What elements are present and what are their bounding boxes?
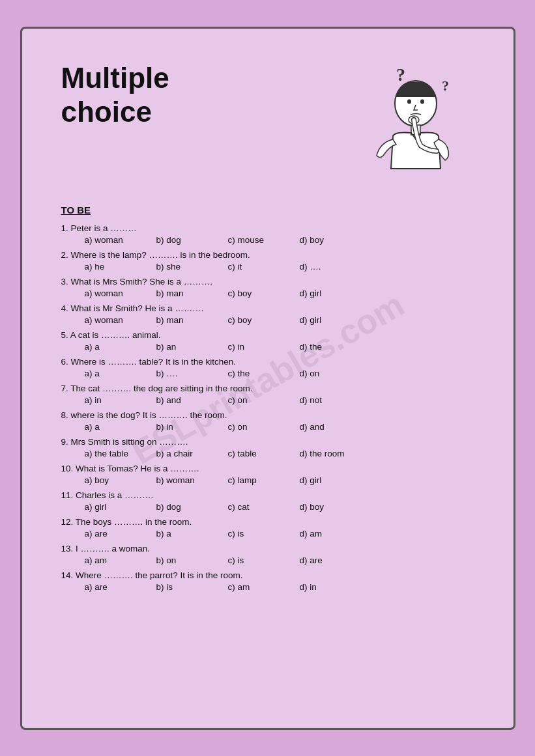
answer-option: c) the: [228, 369, 293, 378]
answer-option: d) boy: [300, 235, 365, 245]
answer-option: d) not: [300, 395, 365, 405]
answer-option: c) boy: [228, 288, 293, 298]
answer-option: d) girl: [300, 475, 365, 485]
answer-option: c) boy: [228, 315, 293, 325]
answer-option: d) boy: [300, 502, 365, 512]
answer-option: a) are: [85, 582, 150, 592]
svg-text:?: ?: [396, 64, 405, 85]
content-area: TO BE 1. Peter is a ………a) womanb) dogc) …: [61, 204, 474, 592]
answer-choices: a) amb) onc) isd) are: [61, 555, 474, 565]
section-title: TO BE: [61, 204, 474, 216]
question-text: 6. Where is ………. table? It is in the kit…: [61, 357, 474, 367]
answer-option: c) table: [228, 449, 293, 458]
question-item: 11. Charles is a ……….a) girlb) dogc) cat…: [61, 490, 474, 512]
answer-option: c) lamp: [228, 475, 293, 485]
question-item: 14. Where ………. the parrot? It is in the …: [61, 570, 474, 592]
answer-option: b) a chair: [156, 449, 222, 458]
answer-choices: a) ab) inc) ond) and: [61, 422, 474, 432]
answer-option: b) a: [156, 529, 222, 539]
answer-option: b) in: [156, 422, 222, 432]
question-text: 5. A cat is ………. animal.: [61, 330, 474, 340]
answer-option: b) dog: [156, 502, 222, 512]
page: ESLprintables.com Multiple choice ? ?: [20, 27, 515, 730]
answer-option: d) are: [300, 555, 365, 565]
header-section: Multiple choice ? ?: [61, 55, 474, 185]
answer-option: c) on: [228, 395, 293, 405]
answer-option: c) on: [228, 422, 293, 432]
question-text: 1. Peter is a ………: [61, 223, 474, 233]
question-text: 13. I ………. a woman.: [61, 544, 474, 553]
question-text: 2. Where is the lamp? ………. is in the bed…: [61, 250, 474, 260]
answer-option: a) a: [85, 369, 150, 378]
answer-option: b) and: [156, 395, 222, 405]
question-text: 4. What is Mr Smith? He is a ……….: [61, 303, 474, 313]
answer-option: b) woman: [156, 475, 222, 485]
answer-choices: a) areb) isc) amd) in: [61, 582, 474, 592]
answer-choices: a) ab) ….c) thed) on: [61, 369, 474, 378]
answer-option: a) woman: [85, 288, 150, 298]
question-text: 9. Mrs Smith is sitting on ……….: [61, 437, 474, 447]
question-text: 8. where is the dog? It is ………. the room…: [61, 410, 474, 420]
answer-option: c) is: [228, 529, 293, 539]
answer-option: b) man: [156, 315, 222, 325]
answer-option: b) dog: [156, 235, 222, 245]
answer-option: a) woman: [85, 315, 150, 325]
answer-option: c) in: [228, 342, 293, 352]
answer-option: a) am: [85, 555, 150, 565]
answer-choices: a) womanb) dogc) moused) boy: [61, 235, 474, 245]
question-item: 2. Where is the lamp? ………. is in the bed…: [61, 250, 474, 272]
question-item: 4. What is Mr Smith? He is a ……….a) woma…: [61, 303, 474, 325]
answer-option: b) man: [156, 288, 222, 298]
answer-choices: a) the tableb) a chairc) tabled) the roo…: [61, 449, 474, 458]
answer-option: d) girl: [300, 315, 365, 325]
answer-choices: a) womanb) manc) boyd) girl: [61, 288, 474, 298]
answer-option: a) boy: [85, 475, 150, 485]
question-item: 7. The cat ………. the dog are sitting in t…: [61, 384, 474, 405]
answer-option: d) and: [300, 422, 365, 432]
question-text: 7. The cat ………. the dog are sitting in t…: [61, 384, 474, 393]
answer-choices: a) ab) anc) ind) the: [61, 342, 474, 352]
answer-option: c) mouse: [228, 235, 293, 245]
answer-option: c) cat: [228, 502, 293, 512]
answer-option: b) on: [156, 555, 222, 565]
answer-choices: a) boyb) womanc) lampd) girl: [61, 475, 474, 485]
question-item: 3. What is Mrs Smith? She is a ……….a) wo…: [61, 277, 474, 298]
answer-option: a) a: [85, 422, 150, 432]
question-item: 9. Mrs Smith is sitting on ……….a) the ta…: [61, 437, 474, 458]
answer-option: c) is: [228, 555, 293, 565]
question-list: 1. Peter is a ………a) womanb) dogc) moused…: [61, 223, 474, 592]
answer-option: a) the table: [85, 449, 150, 458]
answer-choices: a) heb) shec) itd) ….: [61, 262, 474, 272]
answer-option: a) in: [85, 395, 150, 405]
question-item: 5. A cat is ………. animal.a) ab) anc) ind)…: [61, 330, 474, 352]
svg-point-4: [420, 99, 424, 104]
question-text: 12. The boys ………. in the room.: [61, 517, 474, 527]
answer-option: a) a: [85, 342, 150, 352]
answer-option: b) ….: [156, 369, 222, 378]
question-item: 8. where is the dog? It is ………. the room…: [61, 410, 474, 432]
answer-choices: a) inb) andc) ond) not: [61, 395, 474, 405]
question-item: 6. Where is ………. table? It is in the kit…: [61, 357, 474, 378]
answer-option: b) an: [156, 342, 222, 352]
thinking-person-illustration: ? ?: [344, 55, 474, 185]
answer-option: a) girl: [85, 502, 150, 512]
question-text: 3. What is Mrs Smith? She is a ……….: [61, 277, 474, 287]
question-item: 10. What is Tomas? He is a ……….a) boyb) …: [61, 464, 474, 485]
answer-option: a) he: [85, 262, 150, 272]
svg-text:?: ?: [442, 77, 449, 94]
answer-option: d) ….: [300, 262, 365, 272]
question-text: 14. Where ………. the parrot? It is in the …: [61, 570, 474, 580]
answer-option: d) in: [300, 582, 365, 592]
question-item: 12. The boys ………. in the room.a) areb) a…: [61, 517, 474, 539]
answer-choices: a) girlb) dogc) catd) boy: [61, 502, 474, 512]
question-item: 1. Peter is a ………a) womanb) dogc) moused…: [61, 223, 474, 245]
answer-option: c) it: [228, 262, 293, 272]
answer-choices: a) womanb) manc) boyd) girl: [61, 315, 474, 325]
question-text: 11. Charles is a ……….: [61, 490, 474, 500]
answer-option: c) am: [228, 582, 293, 592]
answer-option: d) girl: [300, 288, 365, 298]
answer-option: d) the room: [300, 449, 365, 458]
answer-option: b) is: [156, 582, 222, 592]
answer-option: b) she: [156, 262, 222, 272]
answer-option: d) the: [300, 342, 365, 352]
